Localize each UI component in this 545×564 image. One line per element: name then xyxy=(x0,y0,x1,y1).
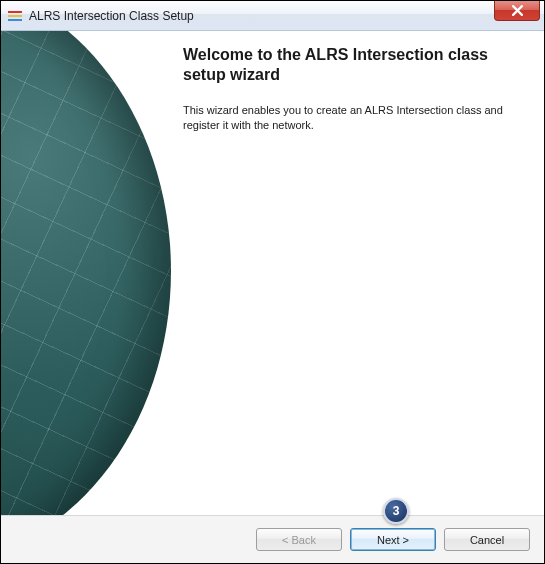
app-icon xyxy=(7,8,23,24)
main-panel: Welcome to the ALRS Intersection class s… xyxy=(173,31,544,515)
svg-rect-0 xyxy=(8,11,22,13)
map-graphic xyxy=(1,31,171,515)
page-title: Welcome to the ALRS Intersection class s… xyxy=(183,45,526,85)
window-title: ALRS Intersection Class Setup xyxy=(29,9,194,23)
wizard-sidebar-image xyxy=(1,31,173,515)
callout-badge: 3 xyxy=(383,498,409,524)
content-area: Welcome to the ALRS Intersection class s… xyxy=(1,31,544,515)
titlebar: ALRS Intersection Class Setup xyxy=(1,1,544,31)
svg-rect-2 xyxy=(8,19,22,21)
page-description: This wizard enables you to create an ALR… xyxy=(183,103,526,133)
close-button[interactable] xyxy=(494,1,540,21)
cancel-button[interactable]: Cancel xyxy=(444,528,530,551)
back-button[interactable]: < Back xyxy=(256,528,342,551)
close-icon xyxy=(512,5,523,16)
wizard-window: ALRS Intersection Class Setup Welcome to… xyxy=(0,0,545,564)
next-button[interactable]: Next > xyxy=(350,528,436,551)
button-bar: 3 < Back Next > Cancel xyxy=(1,515,544,563)
svg-rect-1 xyxy=(8,15,22,17)
